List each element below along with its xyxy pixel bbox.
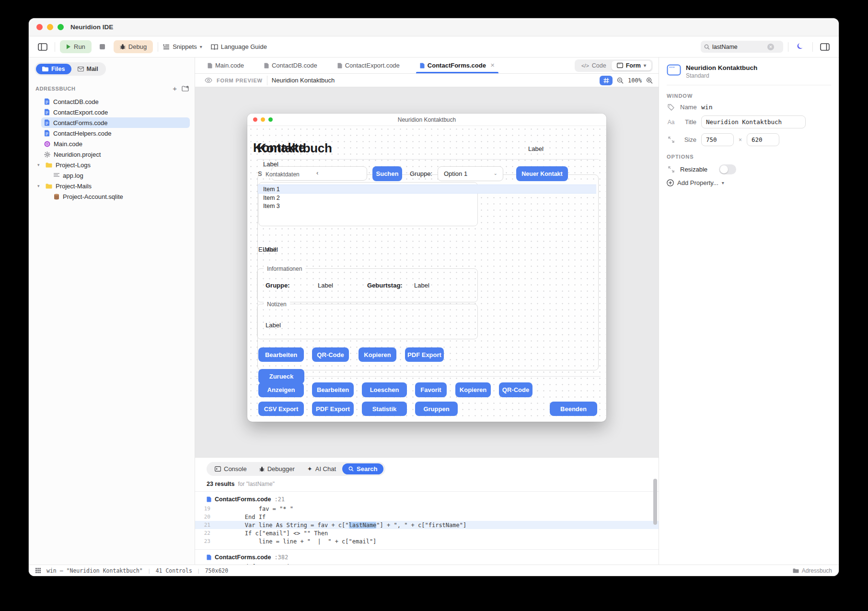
grid-toggle-button[interactable] bbox=[600, 76, 613, 85]
folder-row[interactable]: ▾ Project-Logs bbox=[41, 160, 190, 170]
close-window-button[interactable] bbox=[36, 24, 43, 30]
resizable-toggle[interactable] bbox=[719, 164, 736, 174]
placeholder-label[interactable]: Label bbox=[528, 145, 544, 152]
folder-row[interactable]: ▾ Project-Mails bbox=[41, 181, 190, 191]
code-line[interactable]: 20 End If bbox=[195, 513, 659, 521]
pdf-export-button[interactable]: PDF Export bbox=[405, 347, 444, 362]
zoom-in-button[interactable] bbox=[646, 77, 653, 84]
add-property-button[interactable]: Add Property... ▾ bbox=[667, 179, 831, 186]
zoom-out-button[interactable] bbox=[617, 77, 624, 84]
file-row-selected[interactable]: ContactForms.code bbox=[41, 117, 190, 128]
close-tab-icon[interactable]: ✕ bbox=[490, 62, 495, 69]
result-group-header[interactable]: ContactForms.code :21 bbox=[195, 492, 659, 505]
console-tab[interactable]: Console bbox=[208, 463, 253, 474]
neuer-kontakt-button[interactable]: Neuer Kontakt bbox=[516, 166, 568, 181]
snippets-menu[interactable]: Snippets ▾ bbox=[163, 43, 202, 50]
anzeigen-button[interactable]: Anzeigen bbox=[258, 382, 304, 397]
search-results-tab[interactable]: Search bbox=[342, 463, 383, 474]
scrollbar-thumb[interactable] bbox=[653, 479, 657, 525]
csv-export-button[interactable]: CSV Export bbox=[258, 402, 304, 416]
designed-window[interactable]: Neuridion Kontaktbuch Kontakte Kontaktbu… bbox=[247, 114, 606, 422]
loeschen-button[interactable]: Loeschen bbox=[362, 382, 407, 397]
app-window: Neuridion IDE Run Debug Snippets ▾ bbox=[29, 18, 839, 576]
stop-button[interactable] bbox=[96, 41, 109, 53]
width-input[interactable] bbox=[701, 133, 734, 146]
files-tab[interactable]: Files bbox=[36, 64, 71, 74]
run-button[interactable]: Run bbox=[60, 40, 92, 53]
file-row[interactable]: Main.code bbox=[41, 138, 190, 149]
placeholder-label-overlap[interactable]: Label bbox=[263, 246, 278, 253]
sidebar-toggle-button[interactable] bbox=[35, 41, 50, 53]
code-line[interactable]: 19 fav = "* " bbox=[195, 505, 659, 513]
folder-icon bbox=[46, 162, 52, 168]
tab-contactexport-code[interactable]: ContactExport.code bbox=[337, 58, 400, 73]
name-value: win bbox=[701, 104, 712, 111]
favorit-button[interactable]: Favorit bbox=[415, 382, 447, 397]
list-selected-row[interactable]: Item 1 bbox=[258, 184, 596, 194]
heading-label[interactable]: Kontaktbuch bbox=[257, 141, 332, 156]
code-line[interactable]: 380 Var defLN As String = "" bbox=[195, 563, 659, 565]
kopieren-action-button[interactable]: Kopieren bbox=[455, 382, 491, 397]
tab-contactdb-code[interactable]: ContactDB.code bbox=[264, 58, 317, 73]
code-line[interactable]: 22 If c["email"] <> "" Then bbox=[195, 529, 659, 537]
minimize-window-button[interactable] bbox=[47, 24, 53, 30]
svg-text:+: + bbox=[187, 86, 188, 88]
qr-code-action-button[interactable]: QR-Code bbox=[499, 382, 532, 397]
list-item[interactable]: Item 2 bbox=[263, 195, 280, 201]
statistik-button[interactable]: Statistik bbox=[362, 402, 407, 416]
new-folder-icon[interactable]: + bbox=[182, 86, 189, 92]
code-line-match[interactable]: 21 Var line As String = fav + c["lastNam… bbox=[195, 521, 659, 529]
global-search-field[interactable]: ✕ bbox=[701, 41, 783, 53]
chevron-down-icon[interactable]: ▾ bbox=[37, 162, 42, 167]
result-file-name: ContactForms.code bbox=[215, 496, 271, 503]
bearbeiten-button[interactable]: Bearbeiten bbox=[258, 347, 304, 362]
grid-status-icon bbox=[35, 568, 41, 573]
bearbeiten-action-button[interactable]: Bearbeiten bbox=[312, 382, 354, 397]
ai-chat-tab-label: AI Chat bbox=[315, 465, 336, 473]
chevron-down-icon: ▾ bbox=[644, 63, 646, 68]
qr-code-button[interactable]: QR-Code bbox=[312, 347, 349, 362]
language-guide-button[interactable]: Language Guide bbox=[211, 43, 267, 50]
suchen-button[interactable]: Suchen bbox=[372, 166, 402, 181]
file-row[interactable]: ContactHelpers.code bbox=[41, 128, 190, 138]
file-name: Neuridion.project bbox=[54, 151, 101, 158]
zurueck-button[interactable]: Zurueck bbox=[258, 369, 304, 384]
file-row[interactable]: ContactDB.code bbox=[41, 96, 190, 107]
pdf-export-bottom-button[interactable]: PDF Export bbox=[312, 402, 354, 416]
file-row[interactable]: app.log bbox=[51, 170, 190, 181]
height-input[interactable] bbox=[747, 133, 779, 146]
gruppe-dropdown[interactable]: Option 1 ⌄ bbox=[438, 166, 503, 181]
divider-line bbox=[255, 376, 601, 377]
zoom-window-button[interactable] bbox=[58, 24, 64, 30]
title-input[interactable] bbox=[701, 115, 806, 128]
results-summary: 23 results for "lastName" bbox=[195, 476, 659, 492]
inspector-toggle-button[interactable] bbox=[818, 41, 832, 53]
tab-contactforms-code[interactable]: ContactForms.code ✕ bbox=[420, 58, 495, 73]
search-input[interactable] bbox=[712, 44, 765, 50]
add-file-icon[interactable]: + bbox=[173, 84, 177, 92]
debugger-tab[interactable]: Debugger bbox=[253, 463, 301, 474]
search-match: lastName bbox=[349, 522, 377, 529]
dark-mode-toggle[interactable] bbox=[793, 41, 808, 53]
file-row[interactable]: Project-Account.sqlite bbox=[51, 191, 190, 202]
gruppe-label[interactable]: Gruppe: bbox=[410, 170, 432, 177]
previewed-form-title: Neuridion Kontaktbuch bbox=[272, 77, 335, 84]
designed-window-body[interactable]: Kontakte Kontaktbuch Label Label Suchen:… bbox=[248, 126, 606, 421]
kopieren-button[interactable]: Kopieren bbox=[359, 347, 396, 362]
mail-tab[interactable]: Mail bbox=[71, 64, 104, 74]
debug-button[interactable]: Debug bbox=[114, 40, 153, 53]
tab-main-code[interactable]: Main.code bbox=[208, 58, 244, 73]
list-item[interactable]: Item 3 bbox=[263, 203, 280, 209]
form-canvas[interactable]: Neuridion Kontaktbuch Kontakte Kontaktbu… bbox=[195, 87, 659, 457]
file-row[interactable]: ContactExport.code bbox=[41, 107, 190, 117]
form-segment[interactable]: Form ▾ bbox=[612, 61, 651, 70]
result-group-header[interactable]: ContactForms.code :382 bbox=[195, 550, 659, 563]
chevron-down-icon[interactable]: ▾ bbox=[37, 184, 42, 188]
clear-search-icon[interactable]: ✕ bbox=[767, 44, 774, 50]
beenden-button[interactable]: Beenden bbox=[550, 402, 597, 416]
code-line[interactable]: 23 line = line + " | " + c["email"] bbox=[195, 537, 659, 545]
file-row[interactable]: Neuridion.project bbox=[41, 149, 190, 160]
gruppen-button[interactable]: Gruppen bbox=[415, 402, 458, 416]
code-segment[interactable]: </> Code bbox=[576, 61, 612, 70]
ai-chat-tab[interactable]: ✦ AI Chat bbox=[301, 463, 342, 474]
